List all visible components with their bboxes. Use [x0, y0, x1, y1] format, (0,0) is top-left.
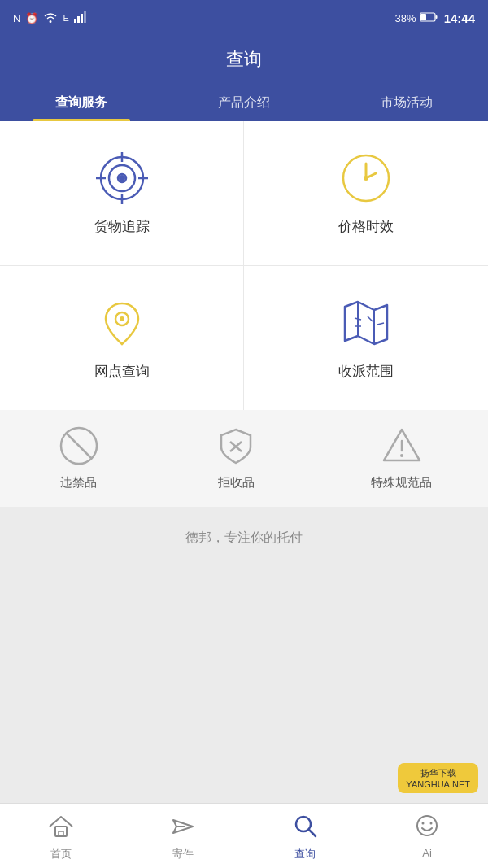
nav-home-label: 首页	[50, 847, 72, 861]
status-right: 38% 14:44	[395, 11, 475, 25]
svg-line-39	[309, 830, 316, 836]
shield-x-icon	[213, 423, 259, 469]
svg-marker-21	[345, 302, 387, 344]
status-icon-wifi	[43, 11, 58, 25]
target-icon	[94, 150, 150, 206]
delivery-range-label: 收派范围	[338, 362, 394, 381]
nav-query-label: 查询	[294, 847, 316, 861]
status-left: N ⏰ E	[13, 11, 89, 25]
delivery-range-item[interactable]: 收派范围	[244, 266, 488, 410]
tab-query-services[interactable]: 查询服务	[0, 85, 163, 121]
triangle-warn-icon	[379, 423, 425, 469]
rejected-item[interactable]: 拒收品	[213, 423, 259, 491]
svg-line-29	[66, 433, 92, 459]
svg-line-25	[368, 316, 373, 321]
nav-ai-label: Ai	[422, 847, 432, 859]
bottom-items-row: 违禁品 拒收品 特殊规范品	[0, 423, 488, 491]
svg-point-34	[400, 454, 403, 457]
service-grid: 货物追踪 价格时效 网点查询	[0, 121, 488, 410]
smile-icon	[414, 813, 440, 844]
special-item[interactable]: 特殊规范品	[371, 423, 432, 491]
tagline-section: 德邦，专注你的托付 扬华下载 YANGHUA.NET	[0, 507, 488, 803]
status-bar: N ⏰ E 38% 14:44	[0, 0, 488, 36]
tagline-text: 德邦，专注你的托付	[0, 507, 488, 569]
tab-products[interactable]: 产品介绍	[163, 85, 325, 121]
search-icon	[292, 813, 318, 844]
svg-rect-1	[77, 16, 80, 23]
home-icon	[48, 813, 74, 844]
bottom-nav: 首页 寄件 查询 Ai	[0, 803, 488, 868]
network-query-item[interactable]: 网点查询	[0, 266, 244, 410]
nav-send-label: 寄件	[172, 847, 194, 861]
prohibited-item[interactable]: 违禁品	[56, 423, 102, 491]
nav-query[interactable]: 查询	[244, 810, 366, 865]
svg-point-40	[417, 816, 437, 835]
svg-line-24	[355, 318, 361, 320]
circle-ban-icon	[56, 423, 102, 469]
svg-rect-0	[74, 19, 76, 23]
price-time-item[interactable]: 价格时效	[244, 121, 488, 266]
send-icon	[170, 813, 196, 844]
svg-point-18	[364, 176, 368, 181]
header-title: 查询	[226, 49, 262, 69]
price-time-label: 价格时效	[338, 217, 394, 236]
network-query-label: 网点查询	[94, 362, 150, 381]
clock-icon	[338, 150, 394, 206]
battery-percent: 38%	[395, 12, 416, 24]
svg-point-42	[430, 822, 433, 825]
svg-rect-6	[435, 15, 437, 19]
status-icon-e: E	[63, 13, 68, 23]
map-icon	[338, 295, 394, 351]
svg-rect-3	[84, 11, 86, 23]
battery-icon	[420, 12, 438, 24]
location-icon	[94, 295, 150, 351]
status-icon-n: N	[13, 12, 20, 24]
tab-activities[interactable]: 市场活动	[325, 85, 488, 121]
time-display: 14:44	[444, 11, 475, 25]
cargo-tracking-item[interactable]: 货物追踪	[0, 121, 244, 266]
tab-bar: 查询服务 产品介绍 市场活动	[0, 85, 488, 121]
rejected-label: 拒收品	[218, 475, 255, 491]
svg-line-27	[377, 323, 384, 325]
svg-point-14	[119, 175, 125, 181]
svg-rect-5	[420, 14, 426, 20]
watermark-badge: 扬华下载 YANGHUA.NET	[398, 763, 478, 793]
nav-send[interactable]: 寄件	[122, 810, 244, 865]
status-icon-alarm: ⏰	[25, 12, 38, 24]
cargo-tracking-label: 货物追踪	[94, 217, 150, 236]
nav-ai[interactable]: Ai	[366, 810, 488, 865]
nav-home[interactable]: 首页	[0, 810, 122, 865]
bottom-items-section: 违禁品 拒收品 特殊规范品	[0, 410, 488, 507]
svg-point-41	[422, 822, 425, 825]
svg-point-20	[120, 316, 124, 321]
prohibited-label: 违禁品	[60, 475, 97, 491]
svg-rect-2	[81, 14, 83, 23]
page-header: 查询	[0, 36, 488, 85]
special-label: 特殊规范品	[371, 475, 432, 491]
status-icon-signal	[74, 11, 89, 25]
